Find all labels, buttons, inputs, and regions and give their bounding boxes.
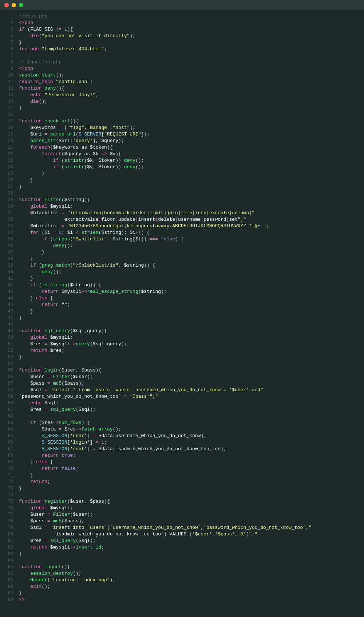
code-line: 2<?php: [0, 20, 364, 26]
line-content: <?php: [19, 20, 361, 26]
line-content: deny();: [19, 243, 361, 249]
line-number: 51: [3, 341, 13, 347]
line-number: 53: [3, 354, 13, 361]
line-content: ?>: [19, 597, 361, 603]
code-line: 7: [0, 52, 364, 59]
line-number: 31: [3, 210, 13, 216]
line-number: 17: [3, 118, 13, 125]
code-line: 67 $_SESSION['root'] = $data[isadmin_whi…: [0, 446, 364, 452]
line-content: [19, 361, 361, 367]
code-line: 4 die("you can not visit it directly");: [0, 33, 364, 39]
line-number: 52: [3, 347, 13, 354]
line-number: 88: [3, 583, 13, 590]
line-number: 46: [3, 308, 13, 315]
code-line: 86 session_destroy();: [0, 570, 364, 577]
line-content: // function.php: [19, 59, 361, 66]
maximize-button[interactable]: [19, 3, 23, 7]
code-line: 31 $blacklist = "information|benchmark|o…: [0, 210, 364, 216]
code-line: 26 }: [0, 177, 364, 184]
line-number: 69: [3, 459, 13, 465]
line-content: exit();: [19, 583, 361, 590]
line-number: 47: [3, 315, 13, 321]
code-line: 90?>: [0, 597, 364, 603]
code-line: 5}: [0, 39, 364, 46]
code-line: 20 parse_str($uri['query'], $query);: [0, 138, 364, 144]
line-number: 19: [3, 131, 13, 138]
code-line: 21 foreach($keywords as $token){: [0, 144, 364, 151]
line-content: $pass = md5($pass);: [19, 518, 361, 524]
line-content: return $mysqli->real_escape_string($stri…: [19, 288, 361, 295]
code-line: 45 return "";: [0, 302, 364, 308]
line-number: 62: [3, 413, 13, 420]
line-content: if (preg_match("/$blacklist/is", $string…: [19, 262, 361, 269]
code-line: 29function Filter($string){: [0, 197, 364, 203]
line-content: if (is_string($string)) {: [19, 282, 361, 288]
code-line: 66 $_SESSION['login'] = 1;: [0, 439, 364, 446]
line-content: $user = Filter($user);: [19, 511, 361, 518]
line-number: 29: [3, 197, 13, 203]
line-content: return $mysqli->insert_id;: [19, 544, 361, 551]
line-content: require_once "config.php";: [19, 79, 361, 85]
line-number: 43: [3, 288, 13, 295]
line-content: echo "Permission Deny!";: [19, 92, 361, 98]
code-line: 79 $sql = "insert into `users`(`username…: [0, 524, 364, 531]
line-number: 67: [3, 446, 13, 452]
line-number: 87: [3, 577, 13, 583]
minimize-button[interactable]: [12, 3, 16, 7]
line-number: 45: [3, 302, 13, 308]
line-content: [19, 492, 361, 498]
code-line: 43 return $mysqli->real_escape_string($s…: [0, 288, 364, 295]
line-content: $_SESSION['root'] = $data[isadmin_which_…: [19, 446, 361, 452]
code-line: 46 }: [0, 308, 364, 315]
line-number: 24: [3, 164, 13, 170]
line-number: 84: [3, 557, 13, 564]
line-content: parse_str($uri['query'], $query);: [19, 138, 361, 144]
line-number: 70: [3, 465, 13, 472]
line-content: function Filter($string){: [19, 197, 361, 203]
code-line: 62: [0, 413, 364, 420]
line-content: [19, 321, 361, 328]
line-content: for ($i = 0; $i < strlen($string); $i++)…: [19, 229, 361, 236]
line-content: $_SESSION['login'] = 1;: [19, 439, 361, 446]
line-number: 7: [3, 52, 13, 59]
line-content: [19, 413, 361, 420]
line-number: 6: [3, 46, 13, 52]
line-content: extractvalue|floor|update|insert|delete|…: [19, 216, 361, 223]
code-line: 63 if ($res->num_rows) {: [0, 420, 364, 426]
code-line: 38 }: [0, 256, 364, 262]
code-line: 1//host.php: [0, 13, 364, 20]
line-content: return "";: [19, 302, 361, 308]
line-number: 11: [3, 79, 13, 85]
line-number: 34: [3, 229, 13, 236]
line-number: 20: [3, 138, 13, 144]
line-number: 71: [3, 472, 13, 479]
line-number: 48: [3, 321, 13, 328]
code-line: 47}: [0, 315, 364, 321]
line-content: } else {: [19, 295, 361, 302]
close-button[interactable]: [4, 3, 9, 7]
line-number: 22: [3, 151, 13, 157]
line-number: 49: [3, 328, 13, 334]
line-content: `password_which_you_do_not_know_too` = '…: [19, 393, 361, 400]
line-content: }: [19, 39, 361, 46]
line-content: die("you can not visit it directly");: [19, 33, 361, 39]
code-line: 81 $res = sql_query($sql);: [0, 538, 364, 544]
line-number: 65: [3, 433, 13, 439]
line-number: 83: [3, 551, 13, 557]
code-line: 12function deny(){: [0, 85, 364, 92]
line-number: 27: [3, 184, 13, 190]
code-line: 71 }: [0, 472, 364, 479]
line-number: 35: [3, 236, 13, 243]
code-line: 89}: [0, 590, 364, 597]
line-number: 63: [3, 420, 13, 426]
line-content: function deny(){: [19, 85, 361, 92]
line-content: [19, 557, 361, 564]
line-content: echo $sql;: [19, 400, 361, 406]
code-line: 22 foreach($query as $k => $v){: [0, 151, 364, 157]
line-number: 25: [3, 170, 13, 177]
line-content: $whitelist = "0123456789abcdefghijklmnop…: [19, 223, 361, 229]
line-content: session_destroy();: [19, 570, 361, 577]
code-line: 16: [0, 111, 364, 118]
code-line: 23 if (stristr($k, $token)) deny();: [0, 157, 364, 164]
line-content: }: [19, 485, 361, 492]
